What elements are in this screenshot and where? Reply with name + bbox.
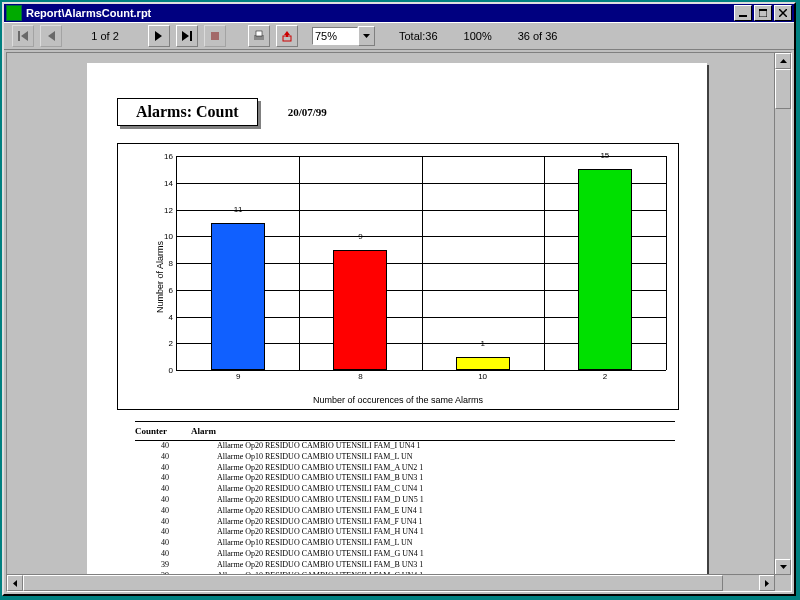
svg-marker-21 bbox=[765, 580, 769, 587]
report-viewport: Alarms: Count 20/07/99 Number of Alarms … bbox=[6, 52, 792, 592]
svg-rect-10 bbox=[190, 31, 192, 41]
y-tick-label: 8 bbox=[169, 259, 177, 268]
table-row: 40Allarme Op20 RESIDUO CAMBIO UTENSILI F… bbox=[135, 549, 675, 560]
count-label: 36 of 36 bbox=[518, 30, 558, 42]
pct-label: 100% bbox=[464, 30, 492, 42]
bar-value-label: 9 bbox=[358, 232, 362, 241]
scroll-down-button[interactable] bbox=[775, 559, 791, 575]
svg-marker-6 bbox=[21, 31, 28, 41]
app-window: Report\AlarmsCount.rpt 1 of 2 Total:36 1… bbox=[2, 2, 796, 596]
prev-page-button[interactable] bbox=[40, 25, 62, 47]
cell-counter: 40 bbox=[135, 463, 217, 474]
scroll-up-button[interactable] bbox=[775, 53, 791, 69]
svg-rect-0 bbox=[739, 15, 747, 17]
report-page: Alarms: Count 20/07/99 Number of Alarms … bbox=[87, 63, 707, 592]
minimize-button[interactable] bbox=[734, 5, 752, 21]
cell-alarm: Allarme Op20 RESIDUO CAMBIO UTENSILI FAM… bbox=[217, 506, 675, 517]
cell-counter: 40 bbox=[135, 473, 217, 484]
next-page-button[interactable] bbox=[148, 25, 170, 47]
table-row: 40Allarme Op20 RESIDUO CAMBIO UTENSILI F… bbox=[135, 473, 675, 484]
x-tick-label: 2 bbox=[603, 370, 607, 381]
table-row: 40Allarme Op20 RESIDUO CAMBIO UTENSILI F… bbox=[135, 517, 675, 528]
table-row: 40Allarme Op10 RESIDUO CAMBIO UTENSILI F… bbox=[135, 452, 675, 463]
y-tick-label: 2 bbox=[169, 339, 177, 348]
x-tick-label: 8 bbox=[358, 370, 362, 381]
gridline bbox=[177, 370, 666, 371]
cell-alarm: Allarme Op20 RESIDUO CAMBIO UTENSILI FAM… bbox=[217, 495, 675, 506]
gridline bbox=[544, 156, 545, 370]
bar-value-label: 11 bbox=[234, 205, 243, 214]
first-page-button[interactable] bbox=[12, 25, 34, 47]
horizontal-scrollbar[interactable] bbox=[7, 574, 775, 591]
last-page-button[interactable] bbox=[176, 25, 198, 47]
x-tick-label: 10 bbox=[478, 370, 487, 381]
stop-button[interactable] bbox=[204, 25, 226, 47]
cell-counter: 40 bbox=[135, 452, 217, 463]
svg-marker-7 bbox=[48, 31, 55, 41]
scroll-left-button[interactable] bbox=[7, 575, 23, 591]
zoom-input[interactable] bbox=[312, 27, 358, 45]
zoom-dropdown-button[interactable] bbox=[358, 26, 375, 46]
export-button[interactable] bbox=[276, 25, 298, 47]
table-row: 40Allarme Op10 RESIDUO CAMBIO UTENSILI F… bbox=[135, 538, 675, 549]
table-body: 40Allarme Op20 RESIDUO CAMBIO UTENSILI F… bbox=[135, 441, 675, 581]
scroll-thumb-v[interactable] bbox=[775, 69, 791, 109]
cell-counter: 40 bbox=[135, 484, 217, 495]
vertical-scrollbar[interactable] bbox=[774, 53, 791, 575]
table-row: 40Allarme Op20 RESIDUO CAMBIO UTENSILI F… bbox=[135, 527, 675, 538]
scrollbar-corner bbox=[774, 574, 791, 591]
svg-marker-18 bbox=[780, 59, 787, 63]
table-row: 40Allarme Op20 RESIDUO CAMBIO UTENSILI F… bbox=[135, 506, 675, 517]
table-row: 40Allarme Op20 RESIDUO CAMBIO UTENSILI F… bbox=[135, 463, 675, 474]
bar bbox=[456, 357, 510, 370]
cell-counter: 40 bbox=[135, 506, 217, 517]
bar bbox=[578, 169, 632, 370]
y-tick-label: 12 bbox=[164, 205, 177, 214]
y-tick-label: 0 bbox=[169, 366, 177, 375]
y-tick-label: 6 bbox=[169, 285, 177, 294]
total-label: Total:36 bbox=[399, 30, 438, 42]
cell-counter: 40 bbox=[135, 441, 217, 452]
svg-rect-11 bbox=[211, 32, 219, 40]
table-row: 40Allarme Op20 RESIDUO CAMBIO UTENSILI F… bbox=[135, 484, 675, 495]
svg-rect-16 bbox=[286, 34, 288, 37]
window-title: Report\AlarmsCount.rpt bbox=[26, 7, 732, 19]
svg-marker-20 bbox=[13, 580, 17, 587]
y-tick-label: 10 bbox=[164, 232, 177, 241]
cell-alarm: Allarme Op20 RESIDUO CAMBIO UTENSILI FAM… bbox=[217, 560, 675, 571]
print-button[interactable] bbox=[248, 25, 270, 47]
table-row: 40Allarme Op20 RESIDUO CAMBIO UTENSILI F… bbox=[135, 495, 675, 506]
plot-area: 024681012141611998110152 bbox=[176, 156, 666, 371]
bar bbox=[211, 223, 265, 370]
svg-marker-8 bbox=[155, 31, 162, 41]
cell-counter: 40 bbox=[135, 495, 217, 506]
titlebar: Report\AlarmsCount.rpt bbox=[4, 4, 794, 22]
cell-alarm: Allarme Op20 RESIDUO CAMBIO UTENSILI FAM… bbox=[217, 517, 675, 528]
zoom-combo[interactable] bbox=[312, 26, 375, 46]
col-counter: Counter bbox=[135, 426, 191, 436]
cell-alarm: Allarme Op20 RESIDUO CAMBIO UTENSILI FAM… bbox=[217, 549, 675, 560]
svg-marker-9 bbox=[182, 31, 189, 41]
cell-counter: 39 bbox=[135, 560, 217, 571]
report-title: Alarms: Count bbox=[117, 98, 258, 126]
x-tick-label: 9 bbox=[236, 370, 240, 381]
svg-rect-13 bbox=[256, 31, 262, 36]
chart: Number of Alarms 02468101214161199811015… bbox=[117, 143, 679, 410]
svg-marker-17 bbox=[363, 34, 370, 38]
bar-value-label: 1 bbox=[480, 339, 484, 348]
cell-counter: 40 bbox=[135, 527, 217, 538]
maximize-button[interactable] bbox=[754, 5, 772, 21]
y-axis-label: Number of Alarms bbox=[155, 240, 165, 312]
close-button[interactable] bbox=[774, 5, 792, 21]
gridline bbox=[422, 156, 423, 370]
cell-alarm: Allarme Op20 RESIDUO CAMBIO UTENSILI FAM… bbox=[217, 441, 675, 452]
cell-alarm: Allarme Op20 RESIDUO CAMBIO UTENSILI FAM… bbox=[217, 527, 675, 538]
cell-counter: 40 bbox=[135, 538, 217, 549]
svg-rect-2 bbox=[759, 9, 767, 11]
page-indicator: 1 of 2 bbox=[78, 27, 132, 45]
scroll-right-button[interactable] bbox=[759, 575, 775, 591]
cell-counter: 40 bbox=[135, 517, 217, 528]
scroll-thumb-h[interactable] bbox=[23, 575, 723, 591]
cell-counter: 40 bbox=[135, 549, 217, 560]
alarms-table: Counter Alarm 40Allarme Op20 RESIDUO CAM… bbox=[135, 421, 675, 581]
